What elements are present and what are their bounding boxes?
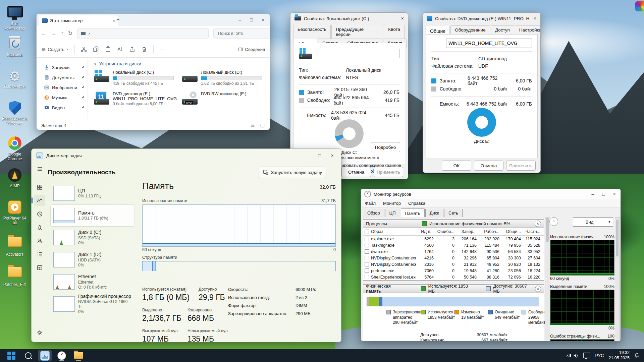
panel-scrollbar[interactable] bbox=[615, 217, 620, 340]
maximize-button[interactable]: □ bbox=[250, 17, 253, 22]
perf-item-memory[interactable]: Память 1,8/31,7 ГБ (6%) bbox=[50, 204, 135, 227]
more-options-button[interactable]: ··· bbox=[160, 47, 166, 52]
menu-hamburger-button[interactable] bbox=[34, 163, 45, 175]
checkbox[interactable] bbox=[365, 237, 369, 241]
search-input[interactable] bbox=[217, 31, 270, 36]
apply-button[interactable]: Применить bbox=[374, 167, 403, 177]
nav-app-history[interactable] bbox=[34, 208, 45, 220]
desktop-icon-settings[interactable]: ⚙ Параметры bbox=[1, 69, 29, 89]
minimize-button[interactable]: – bbox=[239, 17, 241, 22]
paste-icon[interactable] bbox=[105, 46, 111, 52]
desktop-icon-this-pc[interactable]: Этот компьютер bbox=[1, 5, 29, 31]
table-header-row[interactable]: Образ ИД п... Ошибо... Завер... Рабоч...… bbox=[363, 228, 544, 236]
tab-hardware[interactable]: Оборудование bbox=[450, 25, 490, 35]
language-indicator[interactable]: РУС bbox=[595, 353, 604, 358]
perf-item-cpu[interactable]: ЦП 0% 1,13 ГГц bbox=[50, 182, 135, 204]
tab-disk[interactable]: Диск bbox=[425, 209, 443, 217]
physical-memory-header[interactable]: Физическая память Используется: 1853 МБ … bbox=[363, 284, 544, 293]
checkbox[interactable] bbox=[365, 230, 369, 234]
details-button[interactable]: Подробно bbox=[371, 142, 400, 152]
tab-security[interactable]: Безопасность bbox=[293, 25, 331, 39]
new-button[interactable]: ⊕ Создать ∨ bbox=[41, 46, 68, 53]
drive-item-d[interactable]: Локальный диск (D:) 1,62 ТБ свободно из … bbox=[182, 70, 268, 86]
checkbox[interactable] bbox=[365, 268, 369, 273]
hidden-icons-chevron[interactable]: ∧ bbox=[566, 353, 569, 358]
processes-section-header[interactable]: Процессы Использование физической памяти… bbox=[363, 219, 544, 228]
checkbox[interactable] bbox=[365, 256, 369, 260]
desktop-icon-chrome[interactable]: Google Chrome bbox=[1, 136, 29, 162]
tab-quota[interactable]: Квота bbox=[384, 25, 405, 39]
address-box[interactable]: › bbox=[77, 28, 209, 39]
taskbar-task-manager-button[interactable] bbox=[38, 350, 52, 361]
ok-button[interactable]: ОК bbox=[442, 161, 471, 171]
minimize-button[interactable]: – bbox=[306, 153, 308, 158]
tab-customize[interactable]: Настройка bbox=[515, 25, 541, 35]
taskbar-resource-monitor-button[interactable] bbox=[55, 350, 68, 361]
close-button[interactable]: × bbox=[262, 17, 264, 22]
memory-composition-bar[interactable] bbox=[142, 261, 336, 271]
close-button[interactable]: × bbox=[331, 153, 334, 158]
dialog-title-bar[interactable]: Свойства: DVD-дисковод (E:) WIN11_PRO_HO… bbox=[423, 13, 540, 24]
taskbar-search-button[interactable] bbox=[21, 350, 35, 361]
expand-panel-button[interactable]: › bbox=[549, 217, 558, 226]
perf-item-ethernet[interactable]: Ethernet Ethernet О: 0 П: 0 кбит/с bbox=[50, 271, 135, 293]
table-row[interactable]: perfmon.exe 70600 19 54841 280 23 05618 … bbox=[363, 267, 544, 274]
list-view-icon[interactable] bbox=[250, 123, 255, 128]
desktop-icon-activators[interactable]: Activators bbox=[1, 235, 29, 257]
close-button[interactable]: × bbox=[613, 191, 616, 197]
maximize-button[interactable]: □ bbox=[318, 153, 321, 158]
thumbnail-view-icon[interactable] bbox=[260, 123, 265, 128]
tab-network[interactable]: Сеть bbox=[444, 209, 463, 217]
nav-users[interactable] bbox=[34, 235, 45, 246]
maximize-button[interactable]: □ bbox=[602, 191, 605, 197]
drive-item-e[interactable]: 11 DVD-дисковод (E:) WIN11_PRO_HOME_LITE… bbox=[94, 91, 179, 106]
perf-item-disk0[interactable]: Диск 0 (C:) SSD (SATA) 0% bbox=[50, 227, 135, 249]
taskbar-explorer-button[interactable] bbox=[72, 350, 85, 361]
forward-button[interactable]: → bbox=[51, 31, 56, 37]
up-button[interactable]: ↑ bbox=[61, 31, 63, 37]
window-title-bar[interactable]: Монитор ресурсов – □ × bbox=[361, 189, 621, 199]
apply-button[interactable]: Применить bbox=[506, 161, 536, 171]
table-row[interactable]: dwm.exe 17640 142 64890 536 56 58433 952 bbox=[363, 248, 544, 255]
nav-performance[interactable] bbox=[34, 195, 45, 206]
checkbox[interactable] bbox=[365, 275, 369, 279]
tab-overview[interactable]: Обзор bbox=[363, 209, 384, 217]
table-row[interactable]: NVDisplay.Container.exe 42160 32 29665 9… bbox=[363, 255, 544, 261]
delete-icon[interactable] bbox=[141, 46, 147, 52]
perf-item-gpu[interactable]: Графический процессор NVIDIA GeForce GTX… bbox=[50, 293, 135, 315]
volume-label-input[interactable] bbox=[318, 49, 399, 58]
perf-item-disk1[interactable]: Диск 1 (D:) HDD (SATA) 0% bbox=[50, 249, 135, 271]
checkbox[interactable] bbox=[365, 243, 369, 247]
cancel-button[interactable]: Отмена bbox=[341, 167, 371, 177]
back-button[interactable]: ← bbox=[41, 31, 46, 37]
menu-monitor[interactable]: Монитор bbox=[383, 201, 401, 206]
volume-label-input[interactable] bbox=[446, 39, 532, 48]
dialog-title-bar[interactable]: Свойства: Локальный диск (C:) × bbox=[290, 13, 408, 24]
network-icon[interactable] bbox=[583, 353, 590, 358]
tab-memory[interactable]: Память bbox=[401, 208, 425, 217]
sidebar-item-music[interactable]: Музыка bbox=[37, 93, 88, 103]
checkbox[interactable] bbox=[365, 249, 369, 254]
drive-item-f[interactable]: DVD DVD RW дисковод (F:) bbox=[182, 91, 268, 106]
desktop-icon-potplayer[interactable]: PotPlayer 64 bit bbox=[1, 199, 29, 226]
search-box[interactable] bbox=[213, 28, 270, 39]
desktop-icon-recycle-bin[interactable]: Корзина bbox=[1, 36, 29, 58]
copy-icon[interactable] bbox=[93, 46, 99, 52]
run-new-task-button[interactable]: Запустить новую задачу bbox=[259, 167, 326, 178]
desktop-icon-patches-fix[interactable]: Patches_FIX bbox=[1, 265, 29, 287]
desktop-icon-aimp[interactable]: AIMP bbox=[1, 168, 29, 189]
menu-file[interactable]: Файл bbox=[365, 201, 376, 206]
drives-group-header[interactable]: ∨ Устройства и диски bbox=[94, 61, 270, 66]
new-tab-button[interactable]: + bbox=[116, 17, 119, 23]
settings-gear-button[interactable] bbox=[34, 327, 45, 338]
cut-icon[interactable] bbox=[81, 46, 87, 52]
close-button[interactable]: × bbox=[534, 16, 536, 21]
view-dropdown[interactable]: Вид ▼ bbox=[573, 217, 613, 227]
start-button[interactable] bbox=[5, 350, 18, 361]
nav-services[interactable] bbox=[34, 262, 45, 273]
table-row[interactable]: Taskmgr.exe 45600 71 136115 484 79 95635… bbox=[363, 242, 544, 248]
details-pane-toggle[interactable]: Сведения bbox=[238, 47, 265, 52]
tab-close-icon[interactable]: × bbox=[113, 18, 115, 23]
sidebar-item-videos[interactable]: Видео bbox=[37, 103, 88, 113]
table-row[interactable]: explorer.exe 62923 206 164282 920 170 40… bbox=[363, 236, 544, 242]
